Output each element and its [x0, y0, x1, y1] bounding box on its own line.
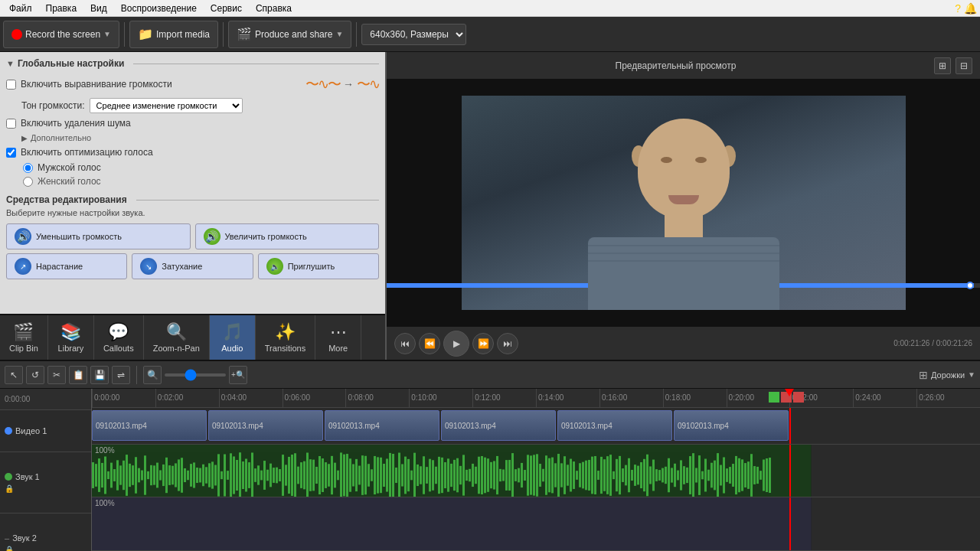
svg-rect-181 [640, 461, 642, 487]
play-pause-button[interactable]: ▶ [443, 331, 469, 357]
tab-library[interactable]: 📚 Library [48, 315, 94, 360]
svg-rect-216 [747, 461, 750, 489]
clip-bin-icon: 🎬 [13, 322, 34, 342]
tone-select[interactable]: Среднее изменение громкости [90, 98, 243, 113]
audio2-label: – Звук 2 🔒 [0, 514, 91, 551]
svg-rect-29 [175, 463, 177, 487]
zoom-out-btn[interactable]: 🔍 [143, 366, 162, 384]
svg-rect-114 [435, 466, 437, 484]
skip-to-end-button[interactable]: ⏭ [497, 333, 518, 354]
zoom-in-btn[interactable]: +🔍 [229, 366, 247, 384]
video-clip-2[interactable]: 09102013.mp4 [325, 410, 439, 441]
video-clip-1[interactable]: 09102013.mp4 [208, 410, 323, 441]
zoom-slider[interactable] [165, 373, 226, 377]
pointer-tool[interactable]: ↖ [5, 366, 23, 384]
question-icon: ? [955, 2, 961, 15]
svg-rect-186 [655, 469, 658, 481]
volume-normalize-checkbox[interactable] [6, 80, 16, 90]
menu-view[interactable]: Вид [84, 2, 113, 15]
produce-button[interactable]: 🎬 Produce and share ▼ [228, 21, 351, 48]
svg-rect-78 [325, 462, 327, 488]
tab-callouts[interactable]: 💬 Callouts [94, 315, 144, 360]
svg-rect-131 [487, 458, 489, 492]
rewind-button[interactable]: ⏪ [419, 333, 440, 354]
save-tool[interactable]: 💾 [90, 366, 109, 384]
menu-edit[interactable]: Правка [40, 2, 83, 15]
fadeout-button[interactable]: ↘ Затухание [132, 253, 253, 279]
svg-rect-208 [723, 457, 725, 493]
undo-tool[interactable]: ↺ [26, 366, 44, 384]
svg-rect-36 [196, 467, 198, 482]
video-clip-0[interactable]: 09102013.mp4 [92, 410, 207, 441]
menu-help[interactable]: Справка [250, 2, 298, 15]
audio1-lock-icon[interactable]: 🔒 [5, 484, 14, 493]
tools-section: Средства редактирования Выберите нужные … [6, 194, 379, 279]
library-icon: 📚 [60, 322, 81, 342]
svg-rect-222 [766, 458, 768, 491]
svg-rect-68 [294, 453, 296, 497]
collapse-triangle[interactable]: ▼ [6, 59, 15, 68]
svg-rect-205 [714, 460, 716, 490]
male-voice-radio[interactable] [23, 163, 33, 173]
advanced-row[interactable]: ▶ Дополнительно [21, 133, 379, 142]
increase-volume-button[interactable]: 🔊 Увеличить громкость [195, 223, 380, 249]
video-clip-5[interactable]: 09102013.mp4 [674, 410, 789, 441]
skip-to-start-button[interactable]: ⏮ [394, 333, 416, 354]
svg-rect-35 [193, 462, 195, 487]
timeline-toolbar: ↖ ↺ ✂ 📋 💾 ⇌ 🔍 +🔍 ⊞ Дорожки ▼ [0, 361, 980, 389]
female-voice-radio[interactable] [23, 177, 33, 187]
copy-tool[interactable]: 📋 [69, 366, 87, 384]
noise-removal-checkbox[interactable] [6, 119, 16, 129]
tab-zoom-n-pan[interactable]: 🔍 Zoom-n-Pan [144, 315, 210, 360]
svg-rect-23 [156, 462, 158, 487]
video-clip-4[interactable]: 09102013.mp4 [557, 410, 672, 441]
svg-rect-144 [527, 455, 529, 495]
tab-library-label: Library [58, 344, 84, 353]
decrease-volume-button[interactable]: 🔊 Уменьшить громкость [6, 223, 191, 249]
audio2-waveform-svg [92, 497, 980, 551]
svg-rect-173 [616, 458, 618, 491]
right-eye [695, 157, 707, 163]
duck-button[interactable]: 🔈 Приглушить [258, 253, 379, 279]
tab-clip-bin[interactable]: 🎬 Clip Bin [0, 315, 48, 360]
tab-audio[interactable]: 🎵 Audio [210, 315, 256, 360]
tab-more[interactable]: ⋯ More [315, 315, 361, 360]
import-icon: 📁 [138, 27, 153, 41]
shirt-stripe-3 [588, 260, 779, 262]
tracks-dropdown[interactable]: ⊞ Дорожки ▼ [919, 369, 975, 381]
svg-rect-151 [548, 458, 550, 492]
svg-rect-201 [701, 471, 704, 479]
advanced-label: Дополнительно [31, 133, 91, 142]
tab-transitions[interactable]: ✨ Transitions [256, 315, 315, 360]
video-clip-3[interactable]: 09102013.mp4 [441, 410, 556, 441]
svg-rect-118 [447, 458, 449, 491]
audio2-playhead [789, 497, 791, 550]
audio2-lock-icon[interactable]: 🔒 [5, 546, 14, 551]
resolution-select[interactable]: 640x360, Размеры [361, 24, 466, 45]
svg-rect-165 [591, 456, 593, 494]
svg-rect-177 [628, 458, 630, 491]
menu-playback[interactable]: Воспроизведение [115, 2, 203, 15]
fullscreen-icon[interactable]: ⊞ [934, 57, 951, 74]
fadein-button[interactable]: ↗ Нарастание [6, 253, 127, 279]
bell-icon: 🔔 [964, 2, 977, 15]
svg-rect-97 [383, 463, 385, 486]
record-button[interactable]: Record the screen ▼ [3, 21, 119, 48]
voice-optimize-checkbox[interactable] [6, 148, 16, 158]
svg-rect-104 [404, 456, 407, 494]
fast-forward-button[interactable]: ⏩ [472, 333, 494, 354]
svg-rect-171 [609, 455, 612, 496]
svg-rect-107 [413, 452, 416, 497]
svg-rect-124 [466, 469, 468, 480]
menu-service[interactable]: Сервис [204, 2, 248, 15]
detach-icon[interactable]: ⊟ [956, 57, 972, 74]
svg-rect-116 [441, 457, 443, 492]
cut-tool[interactable]: ✂ [47, 366, 66, 384]
svg-rect-37 [199, 468, 201, 482]
mirror-tool[interactable]: ⇌ [112, 366, 130, 384]
svg-rect-223 [769, 457, 771, 492]
menu-file[interactable]: Файл [3, 2, 38, 15]
import-button[interactable]: 📁 Import media [129, 21, 218, 48]
audio2-label-row: – Звук 2 [5, 533, 37, 543]
svg-rect-89 [358, 465, 361, 484]
